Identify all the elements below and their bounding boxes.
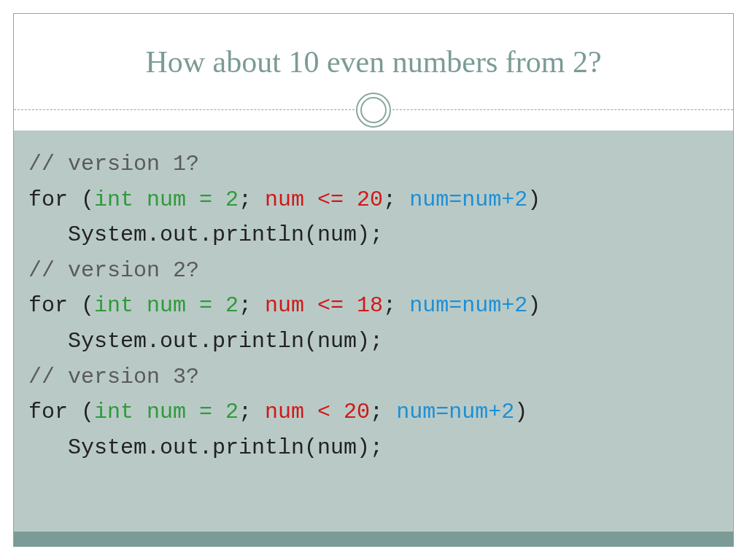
- for-line-v3: for (int num = 2; num < 20; num=num+2): [28, 394, 719, 430]
- slide-title: How about 10 even numbers from 2?: [145, 44, 601, 79]
- code-content: // version 1? for (int num = 2; num <= 2…: [14, 131, 733, 532]
- comment-v3: // version 3?: [28, 365, 199, 389]
- body-v3: System.out.println(num);: [28, 430, 719, 466]
- body-v1: System.out.println(num);: [28, 217, 719, 253]
- ring-icon: [356, 93, 391, 128]
- slide-frame: How about 10 even numbers from 2? // ver…: [13, 13, 734, 547]
- for-line-v2: for (int num = 2; num <= 18; num=num+2): [28, 288, 719, 324]
- footer-bar: [14, 532, 733, 546]
- title-area: How about 10 even numbers from 2?: [14, 14, 733, 110]
- comment-v1: // version 1?: [28, 152, 199, 176]
- for-line-v1: for (int num = 2; num <= 20; num=num+2): [28, 182, 719, 218]
- body-v2: System.out.println(num);: [28, 324, 719, 359]
- comment-v2: // version 2?: [28, 258, 199, 283]
